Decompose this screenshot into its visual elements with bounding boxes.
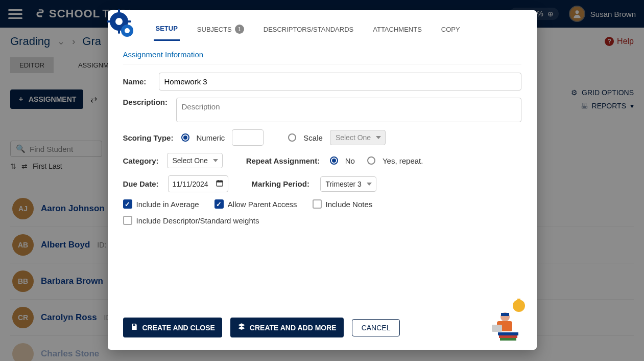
assignment-modal: SETUP SUBJECTS 1 DESCRIPTORS/STANDARDS A… [108, 10, 537, 350]
scale-label: Scale [303, 133, 323, 142]
svg-rect-17 [492, 325, 502, 332]
repeat-no-label: No [345, 156, 355, 165]
cancel-button[interactable]: CANCEL [352, 319, 400, 336]
svg-rect-19 [499, 335, 517, 338]
modal-overlay: SETUP SUBJECTS 1 DESCRIPTORS/STANDARDS A… [0, 0, 644, 361]
radio-repeat-no[interactable] [330, 156, 338, 165]
subjects-badge: 1 [235, 25, 244, 34]
scoring-type-label: Scoring Type: [123, 133, 174, 142]
illustration-icon [486, 297, 530, 343]
name-input[interactable] [159, 73, 521, 91]
numeric-max-input[interactable] [232, 129, 264, 146]
mp-label: Marking Period: [252, 179, 313, 188]
create-close-button[interactable]: CREATE AND CLOSE [123, 318, 222, 337]
scale-select: Select One [330, 130, 386, 145]
modal-footer: CREATE AND CLOSE CREATE AND ADD MORE CAN… [108, 318, 537, 350]
repeat-yes-label: Yes, repeat. [383, 156, 423, 165]
due-date-input[interactable]: 11/11/2024 [168, 175, 228, 192]
description-input[interactable] [176, 98, 521, 122]
calendar-icon [216, 179, 224, 189]
svg-rect-20 [500, 338, 516, 341]
svg-rect-18 [498, 332, 518, 335]
checkbox-include-notes[interactable] [313, 199, 322, 209]
save-icon [130, 323, 138, 332]
checkbox-include-descriptor[interactable] [123, 216, 132, 225]
checkbox-include-average[interactable] [123, 199, 132, 209]
category-value: Select One [173, 156, 208, 165]
repeat-label: Repeat Assignment: [246, 156, 323, 165]
stack-icon [237, 323, 246, 332]
category-label: Category: [123, 156, 160, 165]
create-more-label: CREATE AND ADD MORE [250, 324, 337, 332]
category-select[interactable]: Select One [167, 153, 223, 168]
modal-tab-subjects[interactable]: SUBJECTS 1 [195, 19, 246, 41]
modal-tab-descriptors[interactable]: DESCRIPTORS/STANDARDS [261, 20, 356, 40]
include-average-label: Include in Average [136, 200, 199, 209]
due-date-label: Due Date: [123, 179, 161, 188]
modal-tabs: SETUP SUBJECTS 1 DESCRIPTORS/STANDARDS A… [108, 10, 537, 41]
due-date-value: 11/11/2024 [173, 180, 208, 188]
create-close-label: CREATE AND CLOSE [142, 324, 215, 332]
radio-repeat-yes[interactable] [367, 156, 375, 165]
modal-body: Assignment Information Name: Description… [108, 41, 537, 318]
svg-rect-14 [517, 299, 520, 302]
checkbox-allow-parent[interactable] [214, 199, 224, 209]
modal-tab-setup[interactable]: SETUP [154, 19, 180, 41]
include-notes-label: Include Notes [326, 200, 373, 209]
mp-value: Trimester 3 [326, 180, 362, 188]
radio-scale[interactable] [288, 133, 296, 142]
allow-parent-label: Allow Parent Access [228, 200, 297, 209]
subjects-label: SUBJECTS [197, 26, 232, 33]
svg-rect-10 [217, 180, 223, 182]
scale-value: Select One [336, 133, 371, 142]
modal-tab-attachments[interactable]: ATTACHMENTS [371, 20, 424, 40]
radio-numeric[interactable] [181, 133, 189, 142]
numeric-label: Numeric [197, 133, 225, 142]
mp-select[interactable]: Trimester 3 [320, 176, 376, 192]
include-descriptor-label: Include Descriptor/Standard weights [136, 216, 259, 225]
section-title: Assignment Information [123, 50, 521, 64]
create-add-more-button[interactable]: CREATE AND ADD MORE [230, 318, 344, 337]
description-label: Description: [123, 98, 169, 106]
name-label: Name: [123, 77, 152, 86]
modal-tab-copy[interactable]: COPY [439, 20, 462, 40]
